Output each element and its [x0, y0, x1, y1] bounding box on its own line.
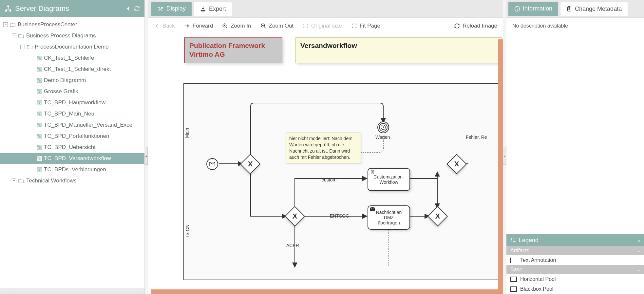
- collapse-left-icon[interactable]: [125, 6, 131, 11]
- tree-folder[interactable]: − ProcessDocumentation Demo: [0, 41, 144, 52]
- svg-rect-11: [40, 81, 41, 82]
- diagram-canvas[interactable]: Publication Framework Virtimo AG Versand…: [148, 34, 503, 294]
- tab-display[interactable]: Display: [151, 2, 192, 16]
- title-yellow: Versandworkflow: [300, 42, 357, 49]
- expander-icon[interactable]: +: [12, 178, 16, 183]
- timer-event: [377, 121, 389, 133]
- annotation-note: hier nicht modelliert: Nach dem Warten w…: [286, 133, 361, 163]
- clipboard-icon: [566, 6, 572, 12]
- task-dmz: Nachricht an DMZ übertragen: [368, 205, 410, 230]
- tree-folder[interactable]: − Business Process Diagrams: [0, 30, 144, 41]
- svg-rect-8: [40, 70, 41, 71]
- tree-diagram[interactable]: TC_BPD_Manueller_Versand_Excel: [0, 119, 144, 131]
- tree-diagram[interactable]: TC_BPD_Uebersicht: [0, 142, 144, 153]
- sidebar-collapse-handle[interactable]: ◂: [144, 147, 148, 165]
- fit-page-button[interactable]: Fit Page: [351, 23, 380, 29]
- horizontal-pool-swatch: [510, 277, 517, 282]
- title-gray-line2: Virtimo AG: [189, 50, 277, 59]
- svg-rect-0: [7, 6, 9, 7]
- legend-header[interactable]: Legend ▵: [506, 234, 644, 246]
- tree-diagram[interactable]: TC_BPD_Portalfunktionen: [0, 131, 144, 142]
- svg-rect-5: [40, 58, 41, 59]
- edge-entsog: ENTSOG: [330, 213, 349, 219]
- tree-label: TC_BPD_Uebersicht: [44, 144, 96, 151]
- expander-icon[interactable]: −: [3, 22, 8, 27]
- script-icon: [370, 170, 375, 175]
- svg-rect-10: [37, 79, 39, 80]
- sitemap-icon: [5, 5, 12, 12]
- horizontal-scrollbar[interactable]: [0, 288, 144, 294]
- diagram-file-icon: [37, 67, 42, 72]
- tree-label: Technical Workflows: [26, 178, 77, 184]
- diagram-file-icon: [37, 112, 42, 116]
- svg-rect-16: [37, 101, 39, 102]
- diagram-file-icon: [37, 78, 42, 83]
- diagram-file-icon: [37, 123, 42, 127]
- svg-rect-34: [37, 168, 39, 169]
- tree-diagram-selected[interactable]: TC_BPD_Versandworkflow: [0, 153, 144, 164]
- download-icon: [200, 6, 206, 12]
- tree-label: TC_BPD_Versandworkflow: [44, 155, 111, 162]
- tree-label: TC_BPDs_Verbindungen: [44, 166, 106, 173]
- svg-rect-7: [37, 68, 39, 69]
- tree-label: BusinessProcessCenter: [18, 21, 77, 28]
- center-tabs: Display Export: [148, 0, 503, 18]
- expander-icon[interactable]: −: [20, 45, 25, 49]
- tree-diagram[interactable]: CK_Test_1_Schleife_direkt: [0, 64, 144, 75]
- forward-button[interactable]: Forward: [184, 23, 213, 29]
- tree-diagram[interactable]: TC_BPD_Main_Neu: [0, 108, 144, 119]
- tree-diagram[interactable]: Demo Diagramm: [0, 75, 144, 86]
- svg-rect-25: [37, 135, 39, 136]
- tab-information-label: Information: [523, 5, 552, 12]
- tree-folder[interactable]: − BusinessProcessCenter: [0, 19, 144, 30]
- chevron-up-icon: ▵: [638, 249, 640, 253]
- vertical-scroll-indicator[interactable]: [498, 39, 503, 294]
- task-customization: Customization-Workflow: [368, 168, 410, 191]
- diagram-toolbar: Back Forward Zoom In Zoom Out Original s…: [148, 18, 503, 34]
- tree-folder[interactable]: + Technical Workflows: [0, 175, 144, 186]
- diagram-tree: − BusinessProcessCenter − Business Proce…: [0, 17, 144, 288]
- tree-label: TC_BPD_Portalfunktionen: [44, 133, 109, 139]
- legend-section-base[interactable]: Base ▵: [506, 265, 644, 274]
- timer-label: Warten: [375, 135, 390, 140]
- svg-rect-44: [511, 239, 512, 240]
- task-custom-label: Customization-Workflow: [371, 174, 407, 185]
- refresh-icon[interactable]: [134, 6, 140, 11]
- tree-diagram[interactable]: TC_BPDs_Verbindungen: [0, 164, 144, 175]
- tab-information[interactable]: Information: [508, 2, 558, 16]
- original-size-button[interactable]: Original size: [303, 23, 342, 29]
- lane-iscn-label: IS CN: [185, 224, 190, 237]
- task-dmz-line2: DMZ: [384, 215, 394, 220]
- tab-metadata-label: Change Metadata: [575, 6, 622, 12]
- tree-diagram[interactable]: CK_Test_1_Schleife: [0, 52, 144, 64]
- expander-icon[interactable]: −: [12, 33, 16, 38]
- chevron-up-icon: ▵: [638, 268, 640, 272]
- original-size-label: Original size: [311, 23, 342, 29]
- tree-label: CK_Test_1_Schleife: [44, 55, 94, 61]
- svg-rect-17: [40, 103, 41, 104]
- bpmn-pool: Main IS CN: [183, 83, 501, 280]
- zoom-out-button[interactable]: Zoom Out: [260, 23, 294, 29]
- zoom-in-button[interactable]: Zoom In: [222, 23, 251, 29]
- svg-rect-31: [37, 157, 39, 158]
- svg-rect-35: [40, 170, 41, 171]
- legend-item-blackbox-pool: Blackbox Pool: [506, 284, 644, 294]
- legend-item-text-annotation: Text Annotation: [506, 255, 644, 265]
- reload-image-button[interactable]: Reload Image: [454, 23, 497, 29]
- tab-export[interactable]: Export: [194, 2, 232, 16]
- tree-diagram[interactable]: Grosse Grafik: [0, 86, 144, 97]
- legend-section-artifacts[interactable]: Artifacts ▵: [506, 246, 644, 255]
- shuffle-icon: [157, 6, 164, 12]
- back-button[interactable]: Back: [154, 23, 175, 29]
- right-panel: Information Change Metadata No descripti…: [506, 0, 644, 294]
- tree-diagram[interactable]: TC_BPD_Hauptworkflow: [0, 97, 144, 108]
- sidebar-title: Server Diagrams: [15, 4, 69, 13]
- svg-rect-13: [37, 90, 39, 91]
- tab-change-metadata[interactable]: Change Metadata: [560, 2, 628, 16]
- tree-label: Grosse Grafik: [44, 88, 78, 95]
- diagram-file-icon: [37, 134, 42, 138]
- center-collapse-handle[interactable]: ▸: [503, 147, 506, 165]
- horizontal-scroll-indicator[interactable]: [151, 289, 503, 294]
- svg-rect-29: [40, 148, 41, 149]
- folder-open-icon: [10, 22, 16, 27]
